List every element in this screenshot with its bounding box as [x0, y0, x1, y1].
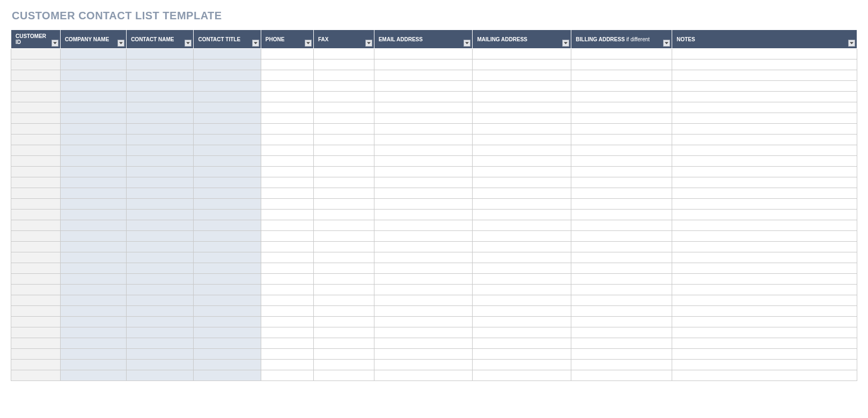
cell[interactable] — [374, 59, 473, 70]
cell[interactable] — [672, 59, 857, 70]
cell[interactable] — [60, 81, 126, 92]
cell[interactable] — [261, 70, 313, 81]
cell[interactable] — [194, 263, 261, 274]
cell[interactable] — [672, 327, 857, 338]
cell[interactable] — [374, 92, 473, 102]
cell[interactable] — [127, 263, 194, 274]
cell[interactable] — [571, 167, 672, 177]
cell[interactable] — [60, 210, 126, 220]
cell[interactable] — [11, 210, 61, 220]
cell[interactable] — [11, 306, 61, 317]
cell[interactable] — [261, 263, 313, 274]
cell[interactable] — [313, 124, 374, 135]
cell[interactable] — [374, 360, 473, 370]
cell[interactable] — [313, 81, 374, 92]
cell[interactable] — [374, 156, 473, 167]
cell[interactable] — [127, 145, 194, 156]
cell[interactable] — [313, 263, 374, 274]
cell[interactable] — [473, 360, 571, 370]
cell[interactable] — [473, 49, 571, 59]
cell[interactable] — [11, 263, 61, 274]
cell[interactable] — [473, 167, 571, 177]
cell[interactable] — [672, 177, 857, 188]
cell[interactable] — [60, 70, 126, 81]
cell[interactable] — [127, 199, 194, 210]
cell[interactable] — [194, 156, 261, 167]
cell[interactable] — [571, 188, 672, 199]
cell[interactable] — [261, 317, 313, 327]
cell[interactable] — [313, 113, 374, 124]
cell[interactable] — [60, 360, 126, 370]
cell[interactable] — [11, 70, 61, 81]
cell[interactable] — [11, 252, 61, 263]
cell[interactable] — [571, 285, 672, 295]
cell[interactable] — [194, 199, 261, 210]
cell[interactable] — [473, 81, 571, 92]
cell[interactable] — [571, 113, 672, 124]
cell[interactable] — [194, 252, 261, 263]
cell[interactable] — [571, 274, 672, 285]
cell[interactable] — [374, 263, 473, 274]
cell[interactable] — [127, 327, 194, 338]
cell[interactable] — [313, 59, 374, 70]
cell[interactable] — [313, 210, 374, 220]
cell[interactable] — [127, 231, 194, 242]
cell[interactable] — [313, 220, 374, 231]
cell[interactable] — [60, 349, 126, 360]
cell[interactable] — [313, 199, 374, 210]
cell[interactable] — [194, 306, 261, 317]
cell[interactable] — [313, 242, 374, 252]
cell[interactable] — [672, 295, 857, 306]
cell[interactable] — [127, 338, 194, 349]
cell[interactable] — [194, 285, 261, 295]
cell[interactable] — [127, 92, 194, 102]
filter-dropdown-icon[interactable] — [848, 40, 855, 47]
cell[interactable] — [60, 156, 126, 167]
cell[interactable] — [571, 49, 672, 59]
cell[interactable] — [374, 70, 473, 81]
cell[interactable] — [313, 177, 374, 188]
cell[interactable] — [261, 370, 313, 381]
cell[interactable] — [672, 102, 857, 113]
cell[interactable] — [313, 327, 374, 338]
cell[interactable] — [194, 360, 261, 370]
cell[interactable] — [571, 92, 672, 102]
cell[interactable] — [473, 295, 571, 306]
cell[interactable] — [374, 338, 473, 349]
cell[interactable] — [672, 242, 857, 252]
cell[interactable] — [11, 199, 61, 210]
filter-dropdown-icon[interactable] — [185, 40, 192, 47]
cell[interactable] — [11, 102, 61, 113]
cell[interactable] — [672, 274, 857, 285]
cell[interactable] — [672, 49, 857, 59]
cell[interactable] — [11, 274, 61, 285]
filter-dropdown-icon[interactable] — [365, 40, 372, 47]
cell[interactable] — [374, 49, 473, 59]
cell[interactable] — [261, 113, 313, 124]
cell[interactable] — [127, 124, 194, 135]
cell[interactable] — [571, 59, 672, 70]
cell[interactable] — [672, 188, 857, 199]
cell[interactable] — [60, 370, 126, 381]
cell[interactable] — [194, 274, 261, 285]
cell[interactable] — [261, 49, 313, 59]
cell[interactable] — [194, 70, 261, 81]
cell[interactable] — [60, 317, 126, 327]
cell[interactable] — [127, 285, 194, 295]
cell[interactable] — [60, 102, 126, 113]
cell[interactable] — [127, 349, 194, 360]
cell[interactable] — [194, 59, 261, 70]
cell[interactable] — [261, 92, 313, 102]
cell[interactable] — [11, 156, 61, 167]
cell[interactable] — [313, 285, 374, 295]
cell[interactable] — [473, 317, 571, 327]
cell[interactable] — [374, 135, 473, 145]
cell[interactable] — [473, 210, 571, 220]
cell[interactable] — [11, 59, 61, 70]
cell[interactable] — [11, 317, 61, 327]
cell[interactable] — [672, 220, 857, 231]
cell[interactable] — [313, 92, 374, 102]
cell[interactable] — [672, 263, 857, 274]
cell[interactable] — [261, 81, 313, 92]
cell[interactable] — [194, 370, 261, 381]
